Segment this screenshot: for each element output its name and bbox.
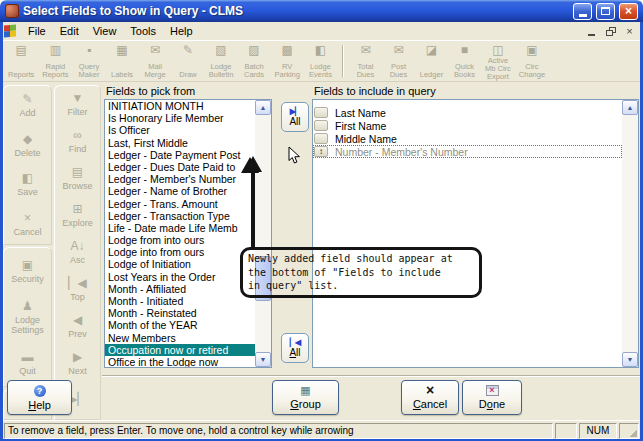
system-menu-icon[interactable]: [4, 25, 17, 38]
total-dues-button[interactable]: ✉ Total Dues: [349, 41, 382, 81]
add-button[interactable]: ✎ Add: [4, 86, 51, 126]
query-maker-button[interactable]: ▪ Query Maker: [73, 41, 106, 81]
find-button[interactable]: ∞ Find: [55, 123, 100, 160]
move-all-right-label: All: [289, 116, 300, 127]
next-button[interactable]: ▶ Next: [55, 345, 100, 382]
include-row-label: First Name: [335, 120, 386, 132]
draw-icon: ✎: [183, 43, 193, 57]
include-row-label: Number - Member's Number: [335, 146, 468, 158]
list-item[interactable]: Lodge of Initiation: [105, 258, 255, 270]
menu-help[interactable]: Help: [163, 24, 200, 38]
menu-file[interactable]: File: [21, 24, 53, 38]
move-all-left-label: All: [289, 347, 300, 358]
move-all-left-button[interactable]: ▏◀ All: [281, 333, 309, 363]
include-row[interactable]: Middle Name: [313, 132, 622, 145]
scroll-down-icon[interactable]: ▼: [255, 352, 271, 367]
close-button[interactable]: ×: [619, 3, 638, 20]
toolbar-button-label: Batch Cards: [244, 63, 264, 79]
browse-icon: ▤: [72, 166, 83, 179]
active-mb-circ-export-button[interactable]: ◫ Active Mb Circ Export: [481, 41, 515, 81]
list-item[interactable]: Ledger - Member's Number: [105, 173, 255, 185]
sidebar-group-admin: ▣ Security ♟ Lodge Settings ▬ Quit: [3, 247, 52, 387]
mdi-minimize-icon: [588, 34, 595, 36]
quick-books-button[interactable]: ■ Quick Books: [448, 41, 481, 81]
fields-to-include-list[interactable]: Last Name First Name Middle Name ↕ Numbe…: [312, 99, 639, 368]
mdi-minimize-button[interactable]: [584, 25, 599, 38]
post-dues-button[interactable]: ✉ Post Dues: [382, 41, 415, 81]
save-button[interactable]: ◧ Save: [4, 165, 51, 205]
lodge-bulletin-button[interactable]: ▧ Lodge Bulletin: [205, 41, 238, 81]
mdi-close-button[interactable]: ×: [622, 25, 637, 38]
scroll-down-icon[interactable]: ▼: [622, 352, 638, 367]
asc-button[interactable]: A↓ Asc: [55, 234, 100, 271]
menu-tools[interactable]: Tools: [123, 24, 163, 38]
list-item[interactable]: New Members: [105, 332, 255, 344]
cancel-button[interactable]: × Cancel: [4, 205, 51, 245]
scroll-up-icon[interactable]: ▲: [255, 100, 271, 115]
list-item[interactable]: Is Officer: [105, 124, 255, 136]
list-item[interactable]: Last, First Middle: [105, 137, 255, 149]
ledger-button[interactable]: ◪ Ledger: [415, 41, 448, 81]
list-item[interactable]: Lodge into from ours: [105, 246, 255, 258]
filter-button[interactable]: ▼ Filter: [55, 86, 100, 123]
row-grip-handle[interactable]: [314, 107, 328, 118]
browse-button[interactable]: ▤ Browse: [55, 160, 100, 197]
pick-list-scrollbar[interactable]: ▲ ▼: [255, 100, 271, 367]
prev-button[interactable]: ◀ Prev: [55, 308, 100, 345]
include-row[interactable]: Last Name: [313, 106, 622, 119]
reports-icon: ▤: [15, 43, 26, 57]
top-button[interactable]: ▏◀ Top: [55, 271, 100, 308]
rapid-reports-button[interactable]: ▥ Rapid Reports: [38, 41, 72, 81]
list-item[interactable]: Office in the Lodge now: [105, 356, 255, 367]
include-row[interactable]: First Name: [313, 119, 622, 132]
help-button[interactable]: ? Help: [7, 380, 72, 415]
mdi-restore-button[interactable]: [603, 25, 618, 38]
row-grip-handle[interactable]: [314, 120, 328, 131]
sidebar-button-label: Top: [70, 292, 85, 302]
menu-view[interactable]: View: [86, 24, 124, 38]
move-all-right-button[interactable]: ▶▏ All: [281, 102, 309, 132]
list-item[interactable]: Month - Affiliated: [105, 283, 255, 295]
resize-grip[interactable]: [619, 423, 639, 439]
list-item[interactable]: Occupation now or retired: [105, 344, 255, 356]
circ-change-button[interactable]: ▣ Circ Change: [515, 41, 549, 81]
fields-to-pick-list[interactable]: INITIATION MONTHIs Honorary Life MemberI…: [104, 99, 272, 368]
list-item[interactable]: Month - Initiated: [105, 295, 255, 307]
row-grip-handle[interactable]: [314, 133, 328, 144]
maximize-button[interactable]: [596, 3, 615, 20]
list-item[interactable]: Life - Date made Life Memb: [105, 222, 255, 234]
lodge-events-button[interactable]: ◧ Lodge Events: [304, 41, 337, 81]
sidebar-button-label: Add: [19, 108, 35, 118]
labels-button[interactable]: ▦ Labels: [106, 41, 139, 81]
include-list-scrollbar[interactable]: ▲ ▼: [622, 100, 638, 367]
list-item[interactable]: INITIATION MONTH: [105, 100, 255, 112]
list-item[interactable]: Is Honorary Life Member: [105, 112, 255, 124]
list-item[interactable]: Ledger - Name of Brother: [105, 185, 255, 197]
list-item[interactable]: Month of the YEAR: [105, 319, 255, 331]
list-item[interactable]: Ledger - Trans. Amount: [105, 198, 255, 210]
cancel-button[interactable]: × Cancel: [401, 380, 459, 415]
lodge-settings-button[interactable]: ♟ Lodge Settings: [4, 294, 51, 340]
done-button[interactable]: × Done: [462, 380, 522, 415]
delete-button[interactable]: ◆ Delete: [4, 126, 51, 166]
security-button[interactable]: ▣ Security: [4, 248, 51, 294]
content-area: ✎ Add ◆ Delete ◧ Save × Cancel ▣ Securit…: [0, 82, 643, 420]
mail-merge-button[interactable]: ✉ Mail Merge: [139, 41, 172, 81]
include-row[interactable]: ↕ Number - Member's Number: [313, 145, 622, 158]
menu-edit[interactable]: Edit: [53, 24, 86, 38]
batch-cards-button[interactable]: ▨ Batch Cards: [238, 41, 271, 81]
list-item[interactable]: Lodge from into ours: [105, 234, 255, 246]
row-grip-handle[interactable]: ↕: [314, 146, 328, 157]
list-item[interactable]: Lost Years in the Order: [105, 271, 255, 283]
group-button[interactable]: ▦ Group: [272, 380, 339, 415]
list-item[interactable]: Ledger - Transaction Type: [105, 210, 255, 222]
explore-button[interactable]: ⊞ Explore: [55, 197, 100, 234]
reports-button[interactable]: ▤ Reports: [4, 41, 38, 81]
minimize-button[interactable]: [573, 3, 592, 20]
list-item[interactable]: Ledger - Date Payment Post: [105, 149, 255, 161]
scroll-up-icon[interactable]: ▲: [622, 100, 638, 115]
list-item[interactable]: Ledger - Dues Date Paid to: [105, 161, 255, 173]
rv-parking-button[interactable]: ▩ RV Parking: [271, 41, 304, 81]
draw-button[interactable]: ✎ Draw: [172, 41, 205, 81]
list-item[interactable]: Month - Reinstated: [105, 307, 255, 319]
